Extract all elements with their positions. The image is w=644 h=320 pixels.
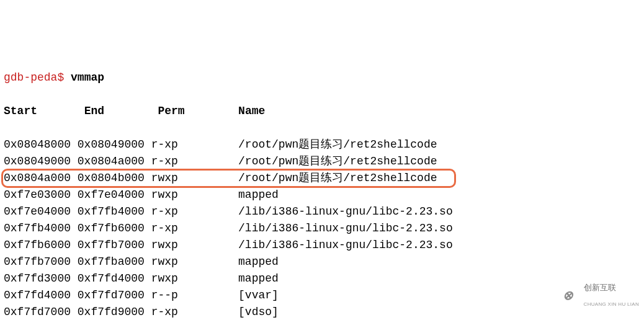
- vmmap-row: 0xf7fd3000 0xf7fd4000 rwxp mapped: [4, 270, 279, 287]
- vmmap-row: 0x0804a000 0x0804b000 rwxp /root/pwn题目练习…: [4, 170, 437, 187]
- terminal-prompt-line: gdb-peda$ vmmap: [4, 69, 640, 86]
- watermark-line2: CHUANG XIN HU LIAN: [584, 301, 639, 307]
- vmmap-row: 0xf7fb4000 0xf7fb6000 r-xp /lib/i386-lin…: [4, 220, 453, 237]
- vmmap-row: 0xf7fb6000 0xf7fb7000 rwxp /lib/i386-lin…: [4, 237, 453, 254]
- header-perm: Perm: [158, 105, 238, 117]
- watermark: ⊗ 创新互联 CHUANG XIN HU LIAN: [563, 276, 639, 315]
- header-end: End: [84, 105, 158, 117]
- vmmap-row: 0xf7e03000 0xf7e04000 rwxp mapped: [4, 187, 279, 203]
- vmmap-row: 0xf7fb7000 0xf7fba000 rwxp mapped: [4, 254, 279, 270]
- vmmap-row: 0x08048000 0x08049000 r-xp /root/pwn题目练习…: [4, 136, 437, 153]
- header-start: Start: [4, 105, 84, 117]
- watermark-line1: 创新互联: [584, 283, 616, 292]
- watermark-icon: ⊗: [563, 288, 573, 302]
- vmmap-row: 0xf7fd7000 0xf7fd9000 r-xp [vdso]: [4, 304, 279, 320]
- prompt-text: gdb-peda$: [4, 71, 71, 84]
- vmmap-row: 0xf7fd4000 0xf7fd7000 r--p [vvar]: [4, 287, 279, 304]
- vmmap-header-row: Start End Perm Name: [4, 103, 640, 120]
- command-text: vmmap: [71, 71, 104, 84]
- vmmap-row: 0x08049000 0x0804a000 r-xp /root/pwn题目练习…: [4, 153, 437, 170]
- vmmap-rows: 0x08048000 0x08049000 r-xp /root/pwn题目练习…: [4, 136, 640, 320]
- vmmap-row: 0xf7e04000 0xf7fb4000 r-xp /lib/i386-lin…: [4, 203, 453, 220]
- header-name: Name: [238, 105, 265, 117]
